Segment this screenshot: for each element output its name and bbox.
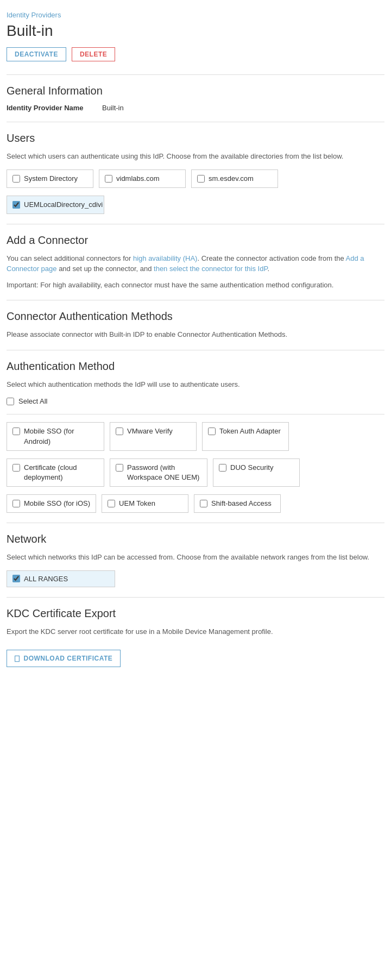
directory-item-vidmlabs[interactable]: vidmlabs.com — [99, 169, 186, 188]
auth-item-token-auth[interactable]: Token Auth Adapter — [202, 422, 289, 450]
idp-name-label: Identity Provider Name — [7, 104, 93, 112]
divider-1 — [7, 74, 384, 75]
auth-checkbox-mobile-sso-android[interactable] — [12, 428, 20, 435]
auth-methods-row3: Mobile SSO (for iOS) UEM Token Shift-bas… — [7, 494, 384, 513]
divider-6 — [7, 523, 384, 523]
directory-label-smesdev: sm.esdev.com — [209, 174, 254, 184]
users-title: Users — [7, 132, 384, 145]
directory-item-smesdev[interactable]: sm.esdev.com — [191, 169, 278, 188]
download-certificate-button[interactable]: ⎕ DOWNLOAD CERTIFICATE — [7, 650, 121, 667]
network-checkbox-all-ranges[interactable] — [12, 575, 20, 582]
auth-checkbox-token-auth[interactable] — [208, 428, 216, 435]
network-desc: Select which networks this IdP can be ac… — [7, 552, 384, 563]
select-all-checkbox[interactable] — [7, 398, 14, 405]
directory-label-uemlocal: UEMLocalDirectory_cdivi — [24, 200, 103, 210]
auth-checkbox-mobile-sso-ios[interactable] — [12, 500, 20, 507]
page-title: Built-in — [7, 22, 384, 40]
auth-item-cert-cloud[interactable]: Certificate (cloud deployment) — [7, 458, 104, 487]
select-all-label: Select All — [18, 397, 47, 405]
kdc-section: KDC Certificate Export Export the KDC se… — [7, 607, 384, 668]
divider-3 — [7, 224, 384, 224]
auth-label-mobile-sso-android: Mobile SSO (for Android) — [24, 426, 98, 446]
ha-link[interactable]: high availability (HA) — [133, 254, 198, 262]
directory-item-system[interactable]: System Directory — [7, 169, 93, 188]
network-title: Network — [7, 533, 384, 545]
network-section: Network Select which networks this IdP c… — [7, 533, 384, 587]
divider-2 — [7, 122, 384, 122]
breadcrumb-label: Identity Providers — [7, 11, 61, 19]
auth-checkbox-password-ws1[interactable] — [116, 464, 123, 472]
auth-label-duo-security: DUO Security — [230, 463, 273, 473]
network-range-label: ALL RANGES — [24, 575, 68, 583]
deactivate-button[interactable]: DEACTIVATE — [7, 47, 66, 61]
kdc-desc: Export the KDC server root certificate f… — [7, 626, 384, 637]
directory-checkbox-uemlocal[interactable] — [12, 201, 20, 209]
auth-item-password-ws1[interactable]: Password (with Workspace ONE UEM) — [110, 458, 207, 487]
download-icon: ⎕ — [15, 654, 20, 663]
network-range-all[interactable]: ALL RANGES — [7, 570, 115, 587]
auth-methods-row2: Certificate (cloud deployment) Password … — [7, 458, 384, 487]
auth-item-duo-security[interactable]: DUO Security — [213, 458, 300, 487]
general-information-section: General Information Identity Provider Na… — [7, 85, 384, 112]
action-buttons: DEACTIVATE DELETE — [7, 47, 384, 61]
directory-checkbox-smesdev[interactable] — [197, 175, 205, 183]
divider-7 — [7, 597, 384, 598]
general-info-title: General Information — [7, 85, 384, 97]
directory-label-vidmlabs: vidmlabs.com — [116, 174, 159, 184]
auth-checkbox-uem-token[interactable] — [108, 500, 115, 507]
connector-auth-section: Connector Authentication Methods Please … — [7, 310, 384, 340]
connector-auth-title: Connector Authentication Methods — [7, 310, 384, 323]
auth-checkbox-shift-based[interactable] — [200, 500, 207, 507]
auth-item-vmware-verify[interactable]: VMware Verify — [110, 422, 197, 450]
breadcrumb[interactable]: Identity Providers — [7, 11, 384, 19]
download-button-label: DOWNLOAD CERTIFICATE — [24, 655, 113, 662]
auth-item-mobile-sso-ios[interactable]: Mobile SSO (for iOS) — [7, 494, 96, 513]
connector-auth-desc: Please associate connector with Built-in… — [7, 329, 384, 340]
auth-label-token-auth: Token Auth Adapter — [219, 426, 281, 436]
auth-checkbox-cert-cloud[interactable] — [12, 464, 20, 472]
divider-auth-inner — [7, 414, 384, 414]
auth-checkbox-vmware-verify[interactable] — [116, 428, 123, 435]
users-section: Users Select which users can authenticat… — [7, 132, 384, 214]
divider-4 — [7, 300, 384, 300]
auth-label-password-ws1: Password (with Workspace ONE UEM) — [127, 463, 201, 482]
select-all-row: Select All — [7, 397, 384, 405]
auth-label-vmware-verify: VMware Verify — [127, 426, 173, 436]
auth-method-desc: Select which authentication methods the … — [7, 379, 384, 390]
directory-list-row2: UEMLocalDirectory_cdivi — [7, 196, 384, 214]
add-connector-section: Add a Connector You can select additiona… — [7, 234, 384, 291]
auth-label-cert-cloud: Certificate (cloud deployment) — [24, 463, 98, 482]
directory-checkbox-system[interactable] — [12, 175, 20, 183]
idp-name-row: Identity Provider Name Built-in — [7, 104, 384, 112]
directory-list: System Directory vidmlabs.com sm.esdev.c… — [7, 169, 384, 188]
delete-button[interactable]: DELETE — [72, 47, 115, 61]
add-connector-desc1: You can select additional connectors for… — [7, 253, 384, 274]
auth-method-title: Authentication Method — [7, 360, 384, 373]
idp-name-value: Built-in — [102, 104, 124, 112]
divider-5 — [7, 350, 384, 350]
add-connector-desc2: Important: For high availability, each c… — [7, 280, 384, 291]
kdc-title: KDC Certificate Export — [7, 607, 384, 620]
auth-label-mobile-sso-ios: Mobile SSO (for iOS) — [24, 499, 90, 508]
directory-label-system: System Directory — [24, 174, 78, 184]
directory-checkbox-vidmlabs[interactable] — [105, 175, 112, 183]
auth-item-shift-based[interactable]: Shift-based Access — [194, 494, 281, 513]
auth-method-section: Authentication Method Select which authe… — [7, 360, 384, 513]
auth-item-uem-token[interactable]: UEM Token — [102, 494, 188, 513]
auth-label-uem-token: UEM Token — [119, 499, 155, 508]
network-ranges-list: ALL RANGES — [7, 570, 384, 587]
add-connector-title: Add a Connector — [7, 234, 384, 247]
auth-checkbox-duo-security[interactable] — [219, 464, 226, 472]
auth-methods-row1: Mobile SSO (for Android) VMware Verify T… — [7, 422, 384, 450]
auth-item-mobile-sso-android[interactable]: Mobile SSO (for Android) — [7, 422, 104, 450]
directory-item-uemlocal[interactable]: UEMLocalDirectory_cdivi — [7, 196, 104, 214]
auth-label-shift-based: Shift-based Access — [211, 499, 272, 508]
users-description: Select which users can authenticate usin… — [7, 151, 384, 162]
